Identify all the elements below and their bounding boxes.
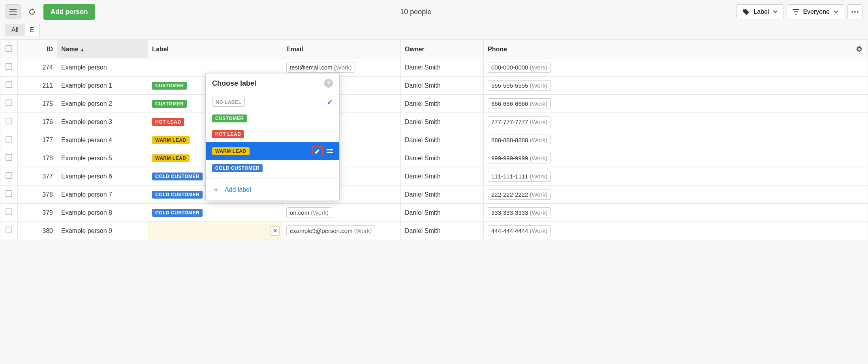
row-check[interactable]	[0, 95, 18, 113]
table-row: 211Example person 1CUSTOMERcom (Work)Dan…	[0, 77, 868, 95]
cell-phone[interactable]: 222-222-2222 (Work)	[484, 186, 868, 204]
cell-id: 176	[18, 113, 57, 131]
cell-phone[interactable]: 777-777-7777 (Work)	[484, 113, 868, 131]
cell-phone[interactable]: 111-111-1111 (Work)	[484, 167, 868, 186]
label-option[interactable]: CUSTOMER	[206, 111, 339, 126]
header-owner[interactable]: Owner	[401, 40, 484, 58]
phone-pill[interactable]: 999-999-9999 (Work)	[488, 153, 551, 163]
everyone-filter-button[interactable]: Everyone	[787, 4, 844, 19]
email-pill[interactable]: example9@person.com (Work)	[286, 225, 375, 236]
chevron-down-icon	[773, 10, 778, 13]
header-check[interactable]	[0, 40, 18, 58]
phone-pill[interactable]: 111-111-1111 (Work)	[488, 171, 551, 182]
phone-pill[interactable]: 666-666-6666 (Work)	[488, 98, 551, 109]
cell-owner[interactable]: Daniel Smith	[401, 77, 484, 95]
refresh-button[interactable]	[24, 4, 39, 19]
svg-point-0	[851, 11, 853, 13]
cell-name[interactable]: Example person 3	[57, 113, 148, 131]
row-check[interactable]	[0, 58, 18, 77]
cell-owner[interactable]: Daniel Smith	[401, 186, 484, 204]
cell-phone[interactable]: 888-888-8888 (Work)	[484, 131, 868, 149]
label-badge: HOT LEAD	[212, 130, 244, 138]
row-check[interactable]	[0, 113, 18, 131]
add-label-button[interactable]: ＋ Add label	[206, 178, 339, 201]
table-row: 380Example person 9✕example9@person.com …	[0, 222, 868, 240]
cell-owner[interactable]: Daniel Smith	[401, 149, 484, 167]
drag-icon[interactable]	[327, 149, 333, 153]
phone-pill[interactable]: 888-888-8888 (Work)	[488, 135, 551, 145]
row-check[interactable]	[0, 204, 18, 222]
add-person-button[interactable]: Add person	[43, 4, 95, 20]
edit-label-button[interactable]	[312, 146, 323, 156]
cell-email[interactable]: on.com (Work)	[282, 204, 401, 222]
cell-name[interactable]: Example person 5	[57, 149, 148, 167]
row-check[interactable]	[0, 222, 18, 240]
cell-owner[interactable]: Daniel Smith	[401, 113, 484, 131]
cell-owner[interactable]: Daniel Smith	[401, 58, 484, 77]
cell-id: 177	[18, 131, 57, 149]
menu-button[interactable]	[6, 4, 21, 19]
cell-owner[interactable]: Daniel Smith	[401, 204, 484, 222]
label-filter-button[interactable]: Label	[736, 4, 783, 19]
row-check[interactable]	[0, 167, 18, 186]
cell-owner[interactable]: Daniel Smith	[401, 131, 484, 149]
cell-name[interactable]: Example person 9	[57, 222, 148, 240]
cell-name[interactable]: Example person 4	[57, 131, 148, 149]
help-icon[interactable]: ?	[324, 79, 333, 88]
cell-phone[interactable]: 555-555-5555 (Work)	[484, 77, 868, 95]
label-badge: CUSTOMER	[152, 82, 187, 90]
cell-label[interactable]: ✕	[148, 222, 282, 240]
phone-pill[interactable]: 555-555-5555 (Work)	[488, 80, 551, 91]
phone-pill[interactable]: 333-333-3333 (Work)	[488, 207, 551, 218]
row-check[interactable]	[0, 77, 18, 95]
more-button[interactable]	[847, 4, 862, 19]
label-option[interactable]: COLD CUSTOMER	[206, 160, 339, 176]
tab-e[interactable]: E	[24, 24, 40, 36]
header-email[interactable]: Email	[282, 40, 401, 58]
cell-id: 178	[18, 149, 57, 167]
email-pill[interactable]: test@email.com (Work)	[286, 62, 355, 73]
header-name[interactable]: Name▲	[57, 40, 148, 58]
cell-name[interactable]: Example person 6	[57, 167, 148, 186]
label-badge: WARM LEAD	[152, 154, 190, 162]
header-settings[interactable]	[852, 40, 868, 58]
cell-name[interactable]: Example person 8	[57, 204, 148, 222]
check-icon: ✓	[327, 98, 333, 107]
phone-pill[interactable]: 222-222-2222 (Work)	[488, 189, 551, 200]
cell-id: 211	[18, 77, 57, 95]
cell-name[interactable]: Example person 1	[57, 77, 148, 95]
cell-email[interactable]: example9@person.com (Work)	[282, 222, 401, 240]
header-id[interactable]: ID	[18, 40, 57, 58]
cell-owner[interactable]: Daniel Smith	[401, 222, 484, 240]
cell-owner[interactable]: Daniel Smith	[401, 167, 484, 186]
row-check[interactable]	[0, 186, 18, 204]
cell-name[interactable]: Example person 2	[57, 95, 148, 113]
email-pill[interactable]: on.com (Work)	[286, 207, 332, 218]
popover-title: Choose label	[212, 79, 256, 88]
cell-phone[interactable]: 444-444-4444 (Work)	[484, 222, 868, 240]
phone-pill[interactable]: 444-444-4444 (Work)	[488, 225, 551, 236]
tab-all[interactable]: All	[6, 24, 24, 36]
cell-label[interactable]: COLD CUSTOMER	[148, 204, 282, 222]
cell-phone[interactable]: 999-999-9999 (Work)	[484, 149, 868, 167]
label-option[interactable]: WARM LEAD	[206, 142, 339, 160]
row-check[interactable]	[0, 131, 18, 149]
table-row: 377Example person 6COLD CUSTOMERon.com (…	[0, 167, 868, 186]
phone-pill[interactable]: 777-777-7777 (Work)	[488, 116, 551, 127]
phone-pill[interactable]: 000-000-0000 (Work)	[488, 62, 551, 73]
cell-phone[interactable]: 000-000-0000 (Work)	[484, 58, 868, 77]
plus-icon: ＋	[212, 184, 220, 195]
cell-name[interactable]: Example person 7	[57, 186, 148, 204]
cell-phone[interactable]: 666-666-6666 (Work)	[484, 95, 868, 113]
label-option[interactable]: HOT LEAD	[206, 126, 339, 142]
header-label[interactable]: Label	[148, 40, 282, 58]
label-badge: COLD CUSTOMER	[152, 173, 203, 180]
label-option[interactable]: NO LABEL✓	[206, 94, 339, 111]
close-icon[interactable]: ✕	[270, 226, 280, 236]
cell-name[interactable]: Example person	[57, 58, 148, 77]
row-check[interactable]	[0, 149, 18, 167]
cell-owner[interactable]: Daniel Smith	[401, 95, 484, 113]
cell-phone[interactable]: 333-333-3333 (Work)	[484, 204, 868, 222]
header-phone[interactable]: Phone	[484, 40, 852, 58]
alpha-tabs: All E	[0, 24, 868, 39]
